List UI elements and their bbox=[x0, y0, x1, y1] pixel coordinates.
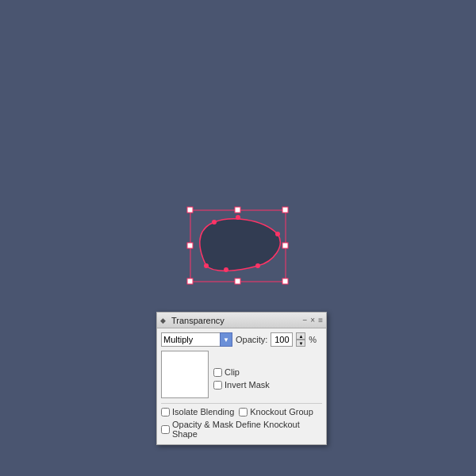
opacity-mask-label: Opacity & Mask Define Knockout Shape bbox=[172, 420, 322, 439]
mask-canvas bbox=[162, 351, 209, 398]
clip-checkbox[interactable] bbox=[213, 368, 222, 377]
isolate-blending-row: Isolate Blending bbox=[161, 407, 234, 416]
mask-area: Clip Invert Mask bbox=[161, 351, 322, 398]
opacity-label: Opacity: bbox=[236, 335, 267, 344]
panel-body: Multiply Normal Screen Overlay ▼ Opacity… bbox=[157, 328, 326, 444]
panel-titlebar: ◆ Transparency − × ≡ bbox=[157, 313, 326, 328]
mask-thumbnail[interactable] bbox=[161, 351, 209, 398]
panel-titlebar-right: − × ≡ bbox=[302, 316, 323, 324]
blend-mode-wrapper: Multiply Normal Screen Overlay ▼ bbox=[161, 332, 232, 347]
opacity-decrement-button[interactable]: ▼ bbox=[296, 340, 305, 347]
invert-mask-checkbox[interactable] bbox=[213, 381, 222, 390]
panel-title: Transparency bbox=[171, 316, 225, 325]
bottom-options: Isolate Blending Knockout Group Opacity … bbox=[161, 403, 322, 439]
isolate-blending-label: Isolate Blending bbox=[172, 407, 234, 416]
invert-mask-row: Invert Mask bbox=[213, 380, 270, 390]
isolate-blending-checkbox[interactable] bbox=[161, 408, 170, 416]
mask-options: Clip Invert Mask bbox=[213, 351, 270, 398]
panel-diamond-icon: ◆ bbox=[160, 317, 168, 324]
opacity-mask-checkbox[interactable] bbox=[161, 425, 170, 434]
panel-close-button[interactable]: × bbox=[310, 317, 315, 324]
percent-label: % bbox=[309, 335, 317, 344]
knockout-group-label: Knockout Group bbox=[250, 407, 313, 416]
blend-mode-select[interactable]: Multiply Normal Screen Overlay bbox=[161, 332, 232, 347]
knockout-group-checkbox[interactable] bbox=[239, 408, 248, 416]
transparency-panel: ◆ Transparency − × ≡ Multiply Normal Scr… bbox=[156, 312, 327, 445]
panel-minimize-button[interactable]: − bbox=[302, 317, 307, 324]
clip-label: Clip bbox=[225, 367, 240, 377]
clip-row: Clip bbox=[213, 367, 270, 377]
panel-titlebar-left: ◆ Transparency bbox=[160, 316, 225, 325]
blend-opacity-row: Multiply Normal Screen Overlay ▼ Opacity… bbox=[161, 332, 322, 347]
opacity-input[interactable] bbox=[271, 332, 293, 347]
opacity-stepper[interactable]: ▲ ▼ bbox=[296, 332, 305, 347]
panel-menu-button[interactable]: ≡ bbox=[318, 316, 323, 324]
invert-mask-label: Invert Mask bbox=[225, 380, 270, 390]
opacity-mask-row: Opacity & Mask Define Knockout Shape bbox=[161, 420, 322, 439]
knockout-group-row: Knockout Group bbox=[239, 407, 313, 416]
opacity-increment-button[interactable]: ▲ bbox=[296, 332, 305, 340]
